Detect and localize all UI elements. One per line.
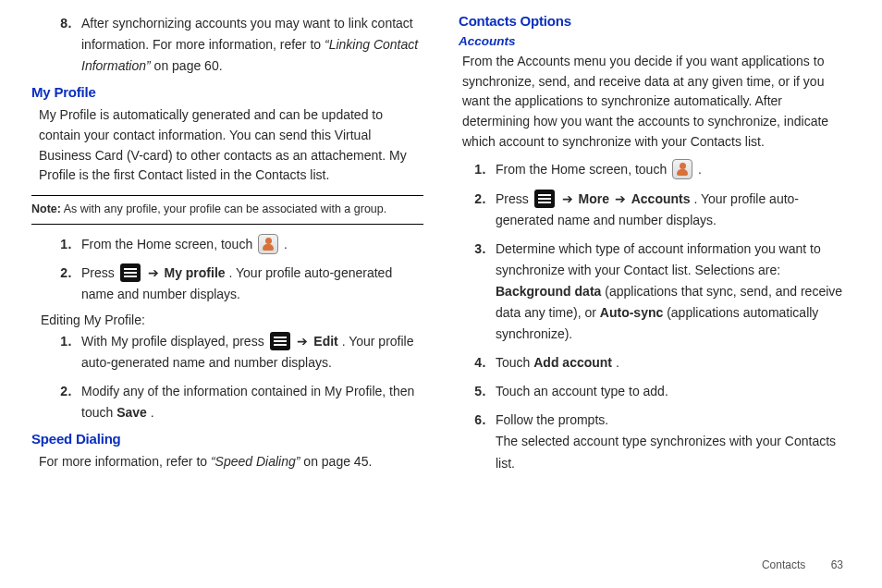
accounts-step-3: 3. Determine which type of account infor… bbox=[462, 239, 851, 345]
step-text: Press ➔ More ➔ Accounts . Your profile a… bbox=[496, 189, 851, 231]
my-profile-paragraph: My Profile is automatically generated an… bbox=[31, 105, 423, 186]
note-label: Note: bbox=[31, 202, 61, 215]
step-number: 8. bbox=[48, 13, 81, 77]
bold-label: Background data bbox=[496, 284, 601, 299]
step-text: From the Home screen, touch . bbox=[496, 159, 851, 180]
step-text: From the Home screen, touch . bbox=[81, 234, 423, 255]
editing-step-1: 1. With My profile displayed, press ➔ Ed… bbox=[48, 331, 423, 374]
bold-label: More bbox=[578, 191, 608, 206]
step-text: After synchornizing accounts you may wan… bbox=[81, 13, 423, 77]
step-number: 1. bbox=[48, 234, 81, 255]
accounts-step-4: 4. Touch Add account . bbox=[462, 352, 851, 374]
step-number: 1. bbox=[462, 159, 496, 180]
editing-step-2: 2. Modify any of the information contain… bbox=[48, 381, 423, 423]
menu-icon bbox=[534, 190, 555, 208]
bold-label: Save bbox=[116, 405, 147, 420]
step-text: Touch Add account . bbox=[496, 352, 851, 374]
page-footer: Contacts 63 bbox=[762, 558, 843, 571]
left-column: 8. After synchornizing accounts you may … bbox=[31, 13, 423, 482]
step-number: 1. bbox=[48, 331, 81, 374]
step-text: Touch an account type to add. bbox=[496, 381, 851, 402]
step-text: Modify any of the information contained … bbox=[81, 381, 423, 423]
bold-label: My profile bbox=[164, 265, 225, 280]
step-text: Follow the prompts. The selected account… bbox=[496, 410, 851, 473]
note-box: Note: As with any profile, your profile … bbox=[31, 195, 423, 225]
accounts-step-6: 6. Follow the prompts. The selected acco… bbox=[462, 410, 851, 473]
contacts-icon bbox=[258, 234, 278, 254]
step-text: With My profile displayed, press ➔ Edit … bbox=[81, 331, 423, 374]
step-number: 4. bbox=[462, 352, 496, 374]
speed-dialing-paragraph: For more information, refer to “Speed Di… bbox=[31, 452, 423, 472]
footer-page-number: 63 bbox=[831, 558, 843, 571]
bold-label: Auto-sync bbox=[600, 305, 663, 320]
contacts-icon bbox=[672, 159, 692, 179]
myprofile-step-2: 2. Press ➔ My profile . Your profile aut… bbox=[48, 263, 423, 305]
bold-label: Add account bbox=[533, 355, 612, 370]
step-number: 6. bbox=[462, 410, 496, 473]
menu-icon bbox=[120, 263, 141, 282]
heading-my-profile: My Profile bbox=[31, 84, 423, 100]
linking-step-8: 8. After synchornizing accounts you may … bbox=[48, 13, 423, 77]
accounts-step-1: 1. From the Home screen, touch . bbox=[462, 159, 851, 180]
step-text: Determine which type of account informat… bbox=[496, 239, 851, 345]
link-ref: “Speed Dialing” bbox=[211, 454, 300, 469]
editing-label: Editing My Profile: bbox=[31, 312, 423, 327]
heading-speed-dialing: Speed Dialing bbox=[31, 431, 423, 447]
heading-contacts-options: Contacts Options bbox=[459, 13, 851, 29]
heading-accounts: Accounts bbox=[459, 34, 851, 48]
right-column: Contacts Options Accounts From the Accou… bbox=[459, 13, 851, 482]
menu-icon bbox=[270, 332, 290, 350]
step-number: 5. bbox=[462, 381, 496, 402]
step-text: Press ➔ My profile . Your profile auto-g… bbox=[81, 263, 423, 305]
bold-label: Accounts bbox=[631, 191, 691, 206]
step-number: 2. bbox=[462, 189, 496, 231]
accounts-paragraph: From the Accounts menu you decide if you… bbox=[459, 52, 851, 152]
bold-label: Edit bbox=[313, 334, 337, 349]
accounts-step-5: 5. Touch an account type to add. bbox=[462, 381, 851, 402]
footer-section: Contacts bbox=[762, 558, 805, 571]
note-text: As with any profile, your profile can be… bbox=[61, 202, 386, 215]
step-number: 2. bbox=[48, 381, 81, 423]
myprofile-step-1: 1. From the Home screen, touch . bbox=[48, 234, 423, 255]
step-number: 2. bbox=[48, 263, 81, 305]
step-number: 3. bbox=[462, 239, 496, 345]
accounts-step-2: 2. Press ➔ More ➔ Accounts . Your profil… bbox=[462, 189, 851, 231]
